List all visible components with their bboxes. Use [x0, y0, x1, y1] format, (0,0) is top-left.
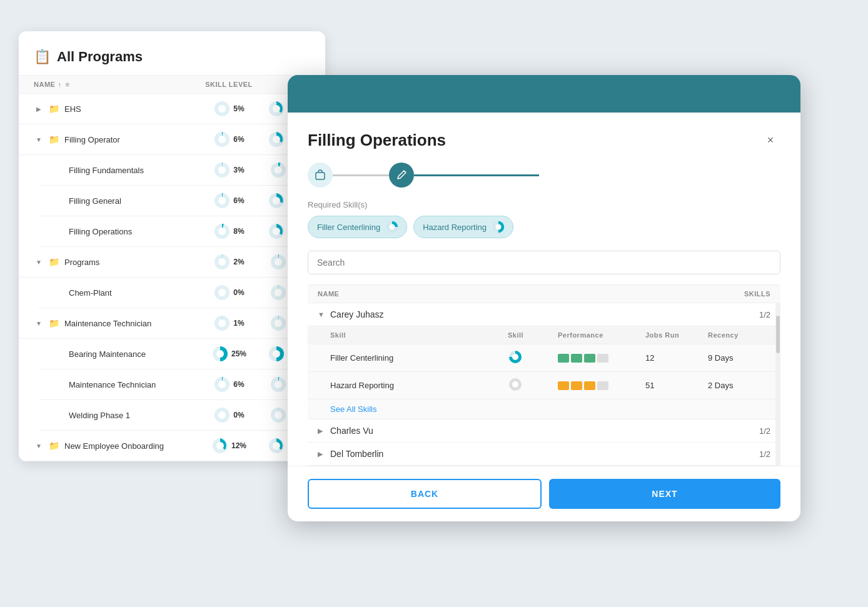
svg-point-35 — [273, 350, 280, 358]
next-button[interactable]: NEXT — [549, 479, 780, 509]
skill-chip-filler-centerlining[interactable]: Filler Centerlining — [308, 216, 407, 238]
skill-chip-hazard-reporting[interactable]: Hazard Reporting — [413, 216, 513, 238]
expand-btn[interactable]: ▶ — [34, 104, 44, 114]
table-row[interactable]: Bearing Maintenance 25% 25% — [39, 339, 325, 369]
step2-icon — [389, 163, 414, 188]
row-skill: 25% — [198, 345, 260, 363]
row-name: Welding Phase 1 — [54, 411, 198, 420]
svg-point-11 — [275, 166, 282, 174]
required-skills-label: Required Skill(s) — [308, 200, 780, 209]
row-name: Chem-Plant — [54, 288, 198, 298]
col-skills-header: SKILLS — [733, 290, 770, 298]
jobs-run: 12 — [645, 353, 708, 363]
col-skill-header: SKILL LEVEL — [198, 81, 260, 88]
search-input[interactable] — [308, 251, 780, 274]
expand-btn[interactable]: ▼ — [34, 257, 44, 267]
modal-table-header: NAME SKILLS — [308, 284, 780, 303]
jobs-run: 51 — [645, 381, 708, 390]
all-programs-card: 📋 All Programs NAME ↑ ≡ SKILL LEVEL ▶ 📁 … — [19, 31, 325, 461]
modal-body: Filling Operations × Required Skill(s) F… — [288, 113, 800, 466]
svg-point-21 — [218, 258, 226, 266]
svg-point-9 — [218, 166, 226, 174]
expand-btn[interactable]: ▼ — [34, 134, 44, 144]
col-name-header[interactable]: NAME ↑ ≡ — [34, 81, 198, 88]
person-score: 1/2 — [759, 310, 770, 319]
svg-point-52 — [495, 224, 501, 229]
folder-icon: 📁 — [49, 441, 59, 451]
table-row[interactable]: ▼ 📁 Filling Operator 6% 14% — [19, 124, 325, 155]
row-skill: 3% — [198, 161, 260, 179]
folder-icon: 📁 — [49, 257, 59, 267]
table-row[interactable]: Filling Operations 8% 15% — [39, 216, 325, 247]
person-name: Charles Vu — [330, 426, 759, 436]
recency: 2 Days — [708, 381, 770, 390]
svg-point-50 — [390, 224, 395, 229]
table-row[interactable]: ▼ 📁 Maintenance Technician 1% 2% — [19, 308, 325, 339]
filter-icon: ≡ — [65, 81, 69, 88]
person-row-charles[interactable]: ▶ Charles Vu 1/2 — [308, 419, 780, 443]
modal-title-row: Filling Operations × — [308, 130, 780, 150]
svg-point-45 — [216, 442, 224, 449]
svg-point-17 — [218, 228, 226, 235]
table-row[interactable]: ▼ 📁 New Employee Onboarding 12% 12% — [19, 431, 325, 461]
expand-icon: ▶ — [318, 427, 330, 435]
person-name: Carey Juhasz — [330, 309, 759, 319]
step-line-1 — [333, 174, 389, 176]
expand-icon: ▶ — [318, 450, 330, 458]
table-row[interactable]: Chem-Plant 0% 2% — [39, 278, 325, 308]
close-button[interactable]: × — [760, 130, 780, 150]
bar — [584, 381, 595, 390]
svg-point-5 — [218, 136, 226, 143]
svg-point-19 — [273, 228, 280, 235]
list-icon: 📋 — [34, 49, 51, 65]
table-row[interactable]: Filling General 6% 21% — [39, 186, 325, 216]
step-line-2 — [414, 174, 539, 176]
person-score: 1/2 — [759, 449, 770, 459]
folder-icon: 📁 — [49, 104, 59, 114]
row-skill: 6% — [198, 131, 260, 148]
see-all-skills-link[interactable]: See All Skills — [308, 399, 780, 419]
sort-icon: ↑ — [58, 81, 61, 88]
table-header: NAME ↑ ≡ SKILL LEVEL — [19, 76, 325, 94]
skill-level-icon — [508, 349, 558, 366]
scrollbar-thumb — [776, 316, 780, 353]
person-row-carey[interactable]: ▼ Carey Juhasz 1/2 — [308, 303, 780, 326]
svg-point-37 — [218, 381, 226, 388]
svg-point-27 — [275, 289, 282, 296]
back-button[interactable]: BACK — [308, 479, 542, 509]
skill-name: Hazard Reporting — [330, 381, 508, 390]
folder-icon: 📁 — [49, 134, 59, 144]
svg-point-31 — [275, 319, 282, 327]
person-name: Del Tomberlin — [330, 449, 759, 459]
row-name: ▼ 📁 Maintenance Technician — [34, 318, 198, 328]
table-row[interactable]: ▶ 📁 EHS 5% 13% — [19, 94, 325, 124]
bar — [558, 381, 569, 390]
row-skill: 1% — [198, 314, 260, 332]
all-programs-header: 📋 All Programs — [19, 31, 325, 76]
table-row[interactable]: Filling Fundamentals 3% 7% — [39, 155, 325, 186]
skill-chip-label: Filler Centerlining — [317, 223, 380, 232]
expand-btn[interactable]: ▼ — [34, 441, 44, 451]
row-name: Filling General — [54, 196, 198, 206]
svg-point-47 — [273, 442, 280, 449]
row-name: Bearing Maintenance — [54, 349, 198, 359]
skill-chip-label: Hazard Reporting — [423, 223, 487, 232]
table-row[interactable]: Welding Phase 1 0% 1% — [39, 400, 325, 431]
skill-name: Filler Centerlining — [330, 353, 508, 363]
row-skill: 6% — [198, 376, 260, 393]
row-skill-ehs: 5% — [198, 100, 260, 118]
table-row[interactable]: ▼ 📁 Programs 2% 4% — [19, 247, 325, 278]
expand-btn[interactable]: ▼ — [34, 318, 44, 328]
bar — [571, 381, 582, 390]
svg-point-41 — [218, 411, 226, 419]
svg-point-39 — [275, 381, 282, 388]
modal-card: Filling Operations × Required Skill(s) F… — [288, 75, 800, 521]
skill-detail-section: Skill Skill Performance Jobs Run Recency… — [308, 326, 780, 399]
bar — [597, 381, 608, 390]
recency: 9 Days — [708, 353, 770, 363]
svg-point-25 — [218, 289, 226, 296]
skill-level-icon — [508, 377, 558, 394]
table-row[interactable]: Maintenance Technician 6% 6% — [39, 369, 325, 400]
person-row-del[interactable]: ▶ Del Tomberlin 1/2 — [308, 443, 780, 466]
row-name-ehs: ▶ 📁 EHS — [34, 104, 198, 114]
